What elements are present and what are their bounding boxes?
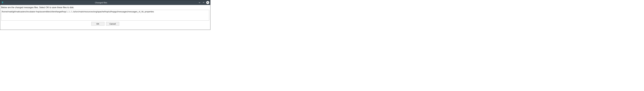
- description-text: Below are the changed messages files. Se…: [1, 6, 209, 9]
- button-row: OK Cancel: [1, 22, 209, 26]
- window-title: Changed files: [4, 1, 198, 4]
- cancel-button[interactable]: Cancel: [106, 22, 119, 26]
- titlebar: Changed files: [0, 0, 210, 5]
- window-controls: [198, 1, 209, 4]
- file-list[interactable]: /home/matt/git/mattcasters/incubator-hop…: [1, 10, 209, 20]
- dialog-content: Below are the changed messages files. Se…: [0, 5, 210, 30]
- maximize-button[interactable]: [202, 1, 205, 4]
- list-item[interactable]: /home/matt/git/mattcasters/incubator-hop…: [1, 10, 209, 13]
- ok-button[interactable]: OK: [91, 22, 104, 26]
- minimize-button[interactable]: [198, 1, 201, 4]
- close-button[interactable]: [206, 1, 209, 4]
- app-icon: [1, 1, 4, 4]
